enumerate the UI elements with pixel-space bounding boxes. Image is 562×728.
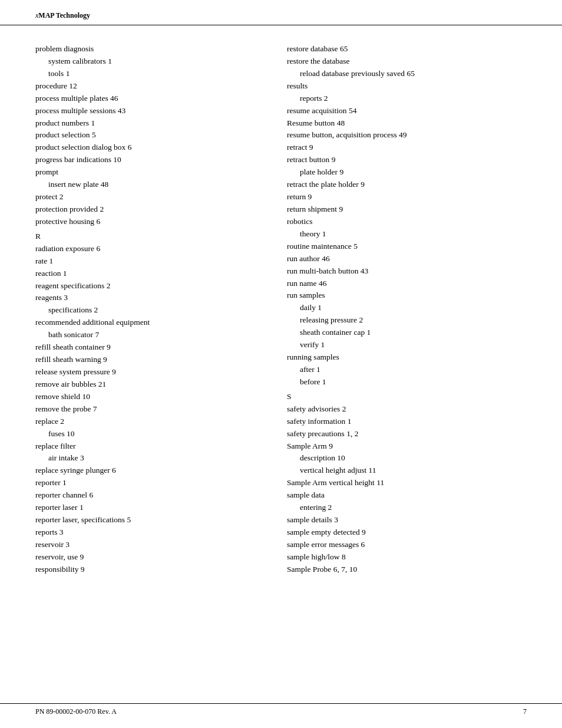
part-number: PN 89-00002-00-070 Rev. A xyxy=(35,707,117,716)
list-item: reporter laser 1 xyxy=(35,502,275,514)
list-item: sample high/low 8 xyxy=(287,551,527,564)
list-item: protection provided 2 xyxy=(35,203,275,216)
list-item: reports 2 xyxy=(287,93,527,105)
list-item: prompt xyxy=(35,166,275,179)
list-item: system calibrators 1 xyxy=(35,55,275,68)
list-item: safety advisories 2 xyxy=(287,403,527,416)
list-item: procedure 12 xyxy=(35,80,275,93)
list-item: replace filter xyxy=(35,440,275,453)
list-item: description 10 xyxy=(287,452,527,465)
right-column: restore database 65restore the databaser… xyxy=(287,43,527,576)
list-item: refill sheath container 9 xyxy=(35,341,275,354)
list-item: release system pressure 9 xyxy=(35,366,275,378)
page-header: xMAP Technology xyxy=(0,0,562,25)
list-item: run author 46 xyxy=(287,253,527,265)
list-item: retract button 9 xyxy=(287,154,527,166)
list-item: after 1 xyxy=(287,364,527,376)
list-item: remove the probe 7 xyxy=(35,403,275,416)
list-item: retract the plate holder 9 xyxy=(287,179,527,191)
list-item: safety information 1 xyxy=(287,416,527,428)
list-item: sample empty detected 9 xyxy=(287,526,527,539)
list-item: protective housing 6 xyxy=(35,216,275,228)
list-item: reservoir, use 9 xyxy=(35,551,275,564)
list-item: replace 2 xyxy=(35,416,275,428)
left-column: problem diagnosissystem calibrators 1too… xyxy=(35,43,287,576)
list-item: return 9 xyxy=(287,191,527,203)
list-item: air intake 3 xyxy=(35,452,275,465)
list-item: daily 1 xyxy=(287,302,527,314)
list-item: recommended additional equipment xyxy=(35,317,275,329)
list-item: process multiple sessions 43 xyxy=(35,105,275,117)
list-item: sample data xyxy=(287,489,527,502)
list-item: reagents 3 xyxy=(35,292,275,304)
list-item: reload database previously saved 65 xyxy=(287,68,527,80)
list-item: progress bar indications 10 xyxy=(35,154,275,166)
list-item: restore the database xyxy=(287,55,527,68)
page: xMAP Technology problem diagnosissystem … xyxy=(0,0,562,728)
list-item: product selection dialog box 6 xyxy=(35,141,275,154)
list-item: reaction 1 xyxy=(35,268,275,280)
list-item: reporter laser, specifications 5 xyxy=(35,514,275,526)
list-item: Sample Probe 6, 7, 10 xyxy=(287,564,527,576)
list-item: S xyxy=(287,391,527,403)
list-item: entering 2 xyxy=(287,502,527,514)
list-item: resume button, acquisition process 49 xyxy=(287,129,527,141)
list-item: sheath container cap 1 xyxy=(287,327,527,339)
list-item: retract 9 xyxy=(287,141,527,154)
list-item: product numbers 1 xyxy=(35,117,275,130)
list-item: refill sheath warning 9 xyxy=(35,354,275,366)
list-item: responsibility 9 xyxy=(35,564,275,576)
list-item: reporter 1 xyxy=(35,477,275,489)
list-item: bath sonicator 7 xyxy=(35,329,275,341)
list-item: radiation exposure 6 xyxy=(35,243,275,255)
list-item: run multi-batch button 43 xyxy=(287,265,527,278)
list-item: vertical height adjust 11 xyxy=(287,465,527,477)
list-item: Resume button 48 xyxy=(287,117,527,130)
list-item: routine maintenance 5 xyxy=(287,241,527,253)
brand-name: xMAP Technology xyxy=(35,11,90,19)
list-item: plate holder 9 xyxy=(287,166,527,179)
list-item: results xyxy=(287,80,527,93)
list-item: product selection 5 xyxy=(35,129,275,141)
list-item: sample error messages 6 xyxy=(287,539,527,551)
list-item: remove shield 10 xyxy=(35,391,275,403)
list-item: process multiple plates 46 xyxy=(35,93,275,105)
list-item: tools 1 xyxy=(35,68,275,80)
list-item: replace syringe plunger 6 xyxy=(35,465,275,477)
list-item: running samples xyxy=(287,351,527,364)
list-item: run name 46 xyxy=(287,278,527,290)
list-item: Sample Arm vertical height 11 xyxy=(287,477,527,489)
list-item: remove air bubbles 21 xyxy=(35,378,275,391)
list-item: rate 1 xyxy=(35,255,275,268)
list-item: R xyxy=(35,230,275,243)
list-item: verify 1 xyxy=(287,339,527,351)
list-item: robotics xyxy=(287,216,527,228)
list-item: fuses 10 xyxy=(35,428,275,440)
list-item: problem diagnosis xyxy=(35,43,275,55)
list-item: specifications 2 xyxy=(35,304,275,317)
list-item: safety precautions 1, 2 xyxy=(287,428,527,440)
list-item: reports 3 xyxy=(35,526,275,539)
list-item: protect 2 xyxy=(35,191,275,203)
list-item: reagent specifications 2 xyxy=(35,280,275,292)
list-item: theory 1 xyxy=(287,228,527,241)
main-content: problem diagnosissystem calibrators 1too… xyxy=(0,25,562,611)
list-item: resume acquisition 54 xyxy=(287,105,527,117)
list-item: return shipment 9 xyxy=(287,203,527,216)
list-item: run samples xyxy=(287,289,527,302)
list-item: Sample Arm 9 xyxy=(287,440,527,453)
page-number: 7 xyxy=(523,707,527,716)
list-item: sample details 3 xyxy=(287,514,527,526)
list-item: before 1 xyxy=(287,376,527,388)
list-item: reservoir 3 xyxy=(35,539,275,551)
list-item: releasing pressure 2 xyxy=(287,314,527,327)
page-footer: PN 89-00002-00-070 Rev. A 7 xyxy=(0,703,562,716)
list-item: restore database 65 xyxy=(287,43,527,55)
list-item: insert new plate 48 xyxy=(35,179,275,191)
list-item: reporter channel 6 xyxy=(35,489,275,502)
